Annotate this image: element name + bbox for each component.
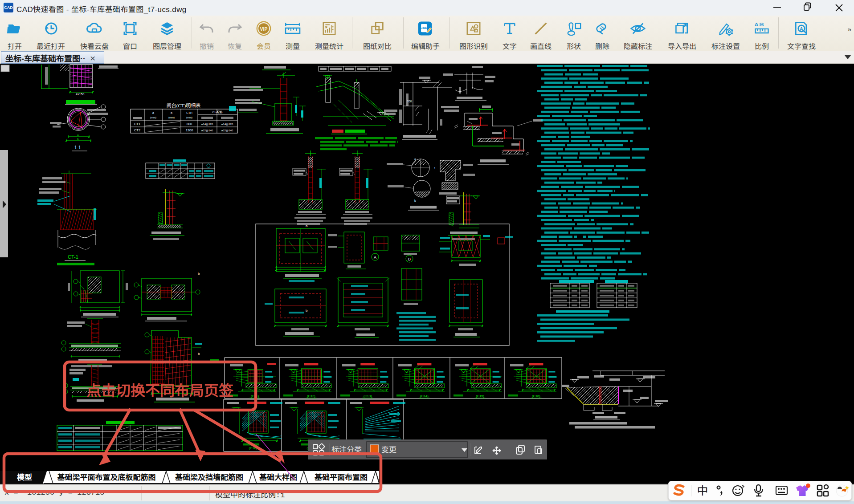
svg-text:闸台(CT)明细表: 闸台(CT)明细表 xyxy=(167,102,200,109)
svg-text:B: B xyxy=(408,257,411,261)
svg-text:b: b xyxy=(198,272,200,276)
svg-text:ø14@120: ø14@120 xyxy=(221,123,233,126)
svg-text:(C13): (C13) xyxy=(364,394,372,398)
svg-text:(C16): (C16) xyxy=(249,446,257,450)
svg-text:标注分类: 标注分类 xyxy=(331,443,362,455)
svg-text:(mm): (mm) xyxy=(150,116,156,119)
svg-text:CAD: CAD xyxy=(421,26,428,30)
svg-text:4x150: 4x150 xyxy=(76,93,84,96)
svg-text:(C14): (C14) xyxy=(420,394,429,398)
svg-text:(C12): (C12) xyxy=(307,394,315,398)
svg-text:b: b xyxy=(198,352,200,356)
svg-text:b: b xyxy=(414,199,416,202)
svg-text:a: a xyxy=(152,111,154,114)
svg-text:CT-1: CT-1 xyxy=(68,254,78,260)
svg-text:ø22@140: ø22@140 xyxy=(221,129,233,132)
svg-text:C1s配筋: C1s配筋 xyxy=(212,110,223,114)
svg-text:CTH: CTH xyxy=(186,111,192,114)
svg-text:CT1: CT1 xyxy=(134,122,140,126)
svg-text:1-1: 1-1 xyxy=(74,145,81,150)
svg-text:A:B: A:B xyxy=(755,21,764,27)
svg-text:ø14@120: ø14@120 xyxy=(201,123,213,126)
svg-text:700: 700 xyxy=(407,100,412,103)
svg-text:1: 1 xyxy=(434,167,436,170)
svg-text:A: A xyxy=(800,26,803,32)
svg-text:VIP: VIP xyxy=(260,27,268,32)
svg-text:CT2: CT2 xyxy=(134,128,140,132)
svg-text:A: A xyxy=(374,255,376,260)
svg-text:(mm): (mm) xyxy=(168,116,175,119)
svg-text:(C16): (C16) xyxy=(532,394,540,398)
svg-text:(mm): (mm) xyxy=(186,116,192,119)
svg-text:800: 800 xyxy=(187,122,192,126)
svg-text:b: b xyxy=(171,111,172,114)
svg-text:ø22@140: ø22@140 xyxy=(201,129,213,132)
svg-text:变更: 变更 xyxy=(381,443,396,455)
svg-text:(C11): (C11) xyxy=(251,394,259,398)
svg-text:1300: 1300 xyxy=(186,128,193,132)
svg-text:b: b xyxy=(306,309,308,313)
svg-text:b: b xyxy=(306,224,308,228)
svg-text:a: a xyxy=(414,158,416,161)
svg-text:中: 中 xyxy=(697,482,708,498)
svg-text:(C15): (C15) xyxy=(476,394,484,398)
